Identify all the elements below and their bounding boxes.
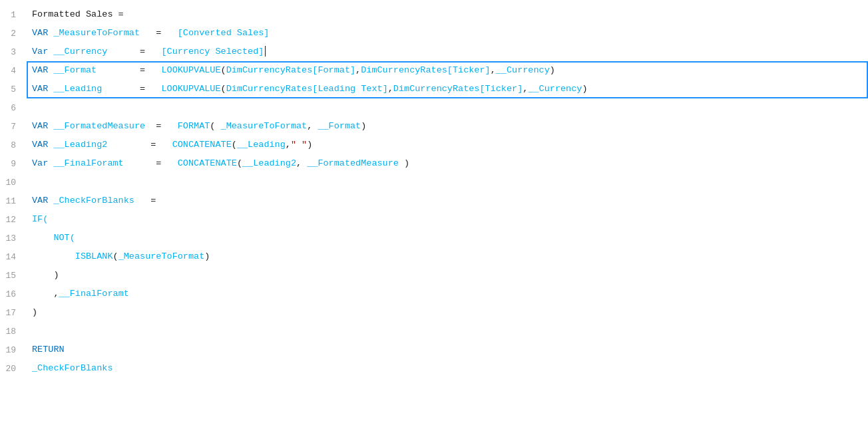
line-content-20: _CheckForBlanks [27,359,868,378]
line-number-5: 5 [0,84,27,94]
line-number-14: 14 [0,252,27,262]
line-number-17: 17 [0,308,27,318]
highlighted-lines-wrapper: 4 VAR __Format = LOOKUPVALUE(DimCurrency… [0,61,868,98]
line-8: 8 VAR __Leading2 = CONCATENATE(__Leading… [0,136,868,154]
line-content-4: VAR __Format = LOOKUPVALUE(DimCurrencyRa… [27,61,868,80]
line-17: 17 ) [0,303,868,322]
line-number-12: 12 [0,215,27,225]
line-number-7: 7 [0,122,27,132]
line-content-8: VAR __Leading2 = CONCATENATE(__Leading,"… [27,136,868,154]
line-number-11: 11 [0,196,27,206]
line-content-12: IF( [27,210,868,229]
line-11: 11 VAR _CheckForBlanks = [0,192,868,210]
line-content-3: Var __Currency = [Currency Selected] [27,43,868,61]
line-content-14: ISBLANK(_MeasureToFormat) [27,247,868,266]
line-number-3: 3 [0,47,27,57]
line-number-20: 20 [0,364,27,374]
line-content-16: ,__FinalForamt [27,285,868,303]
line-content-15: ) [27,266,868,285]
line-12: 12 IF( [0,210,868,229]
code-editor[interactable]: 1 Formatted Sales = 2 VAR _MeasureToForm… [0,0,868,423]
line-10: 10 [0,173,868,192]
line-15: 15 ) [0,266,868,285]
line-number-19: 19 [0,345,27,355]
line-content-13: NOT( [27,229,868,247]
line-number-16: 16 [0,289,27,299]
line-16: 16 ,__FinalForamt [0,285,868,303]
line-content-11: VAR _CheckForBlanks = [27,192,868,210]
text-cursor [265,46,266,57]
line-number-4: 4 [0,66,27,76]
line-number-8: 8 [0,140,27,150]
line-content-1: Formatted Sales = [27,5,868,24]
line-number-18: 18 [0,327,27,337]
line-number-9: 9 [0,159,27,169]
line-14: 14 ISBLANK(_MeasureToFormat) [0,247,868,266]
line-3: 3 Var __Currency = [Currency Selected] [0,43,868,61]
line-19: 19 RETURN [0,341,868,359]
line-number-10: 10 [0,178,27,188]
line-content-2: VAR _MeasureToFormat = [Converted Sales] [27,24,868,43]
line-number-1: 1 [0,10,27,20]
line-20: 20 _CheckForBlanks [0,359,868,378]
line-content-19: RETURN [27,341,868,359]
line-content-9: Var __FinalForamt = CONCATENATE(__Leadin… [27,154,868,173]
line-content-7: VAR __FormatedMeasure = FORMAT( _Measure… [27,117,868,136]
line-content-17: ) [27,303,868,322]
line-number-13: 13 [0,233,27,243]
line-number-2: 2 [0,29,27,39]
line-1: 1 Formatted Sales = [0,5,868,24]
line-5: 5 VAR __Leading = LOOKUPVALUE(DimCurrenc… [0,80,868,98]
line-6: 6 [0,98,868,117]
line-4: 4 VAR __Format = LOOKUPVALUE(DimCurrency… [0,61,868,80]
line-content-5: VAR __Leading = LOOKUPVALUE(DimCurrencyR… [27,80,868,98]
line-number-6: 6 [0,103,27,113]
line-number-15: 15 [0,271,27,281]
line-18: 18 [0,322,868,341]
line-7: 7 VAR __FormatedMeasure = FORMAT( _Measu… [0,117,868,136]
line-13: 13 NOT( [0,229,868,247]
line-2: 2 VAR _MeasureToFormat = [Converted Sale… [0,24,868,43]
line-9: 9 Var __FinalForamt = CONCATENATE(__Lead… [0,154,868,173]
